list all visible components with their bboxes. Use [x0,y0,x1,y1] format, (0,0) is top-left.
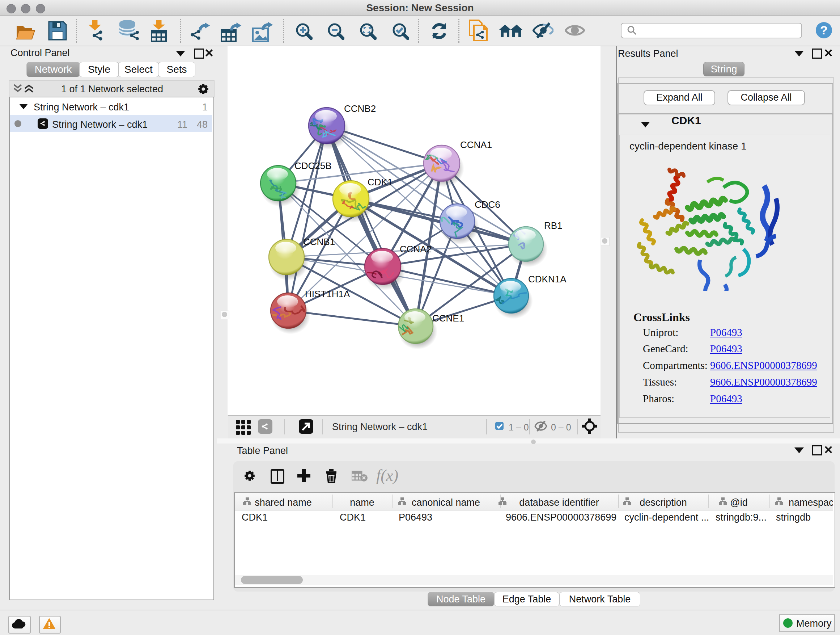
svg-text:CCNE1: CCNE1 [432,313,464,324]
svg-text:CCNB2: CCNB2 [344,103,376,114]
svg-text:RB1: RB1 [544,220,562,231]
svg-text:CDC6: CDC6 [475,199,500,210]
svg-text:CDC25B: CDC25B [294,160,332,171]
svg-text:CCNB1: CCNB1 [303,236,335,247]
svg-text:HIST1H1A: HIST1H1A [305,288,350,299]
svg-text:CDK1: CDK1 [368,177,393,187]
svg-text:CCNA2: CCNA2 [400,244,431,255]
svg-text:CDKN1A: CDKN1A [528,274,567,285]
svg-text:CCNA1: CCNA1 [460,139,492,150]
